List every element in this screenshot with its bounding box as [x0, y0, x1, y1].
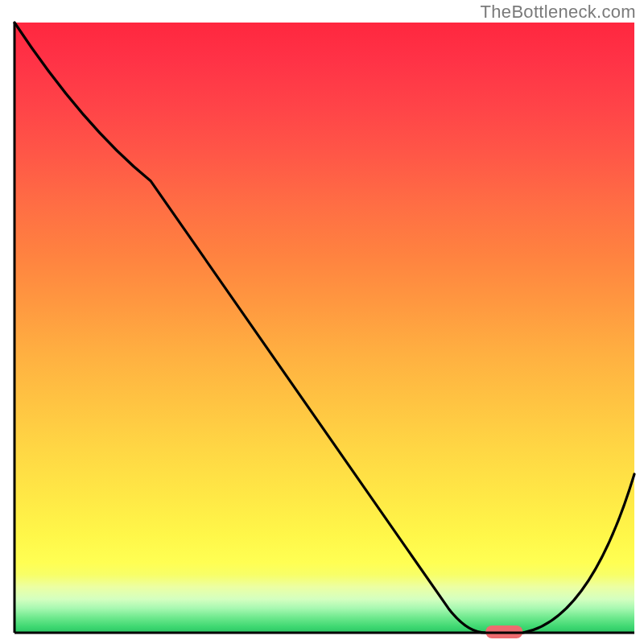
chart-container: TheBottleneck.com [0, 0, 644, 644]
bottleneck-chart [0, 0, 644, 644]
gradient-background [14, 23, 634, 633]
